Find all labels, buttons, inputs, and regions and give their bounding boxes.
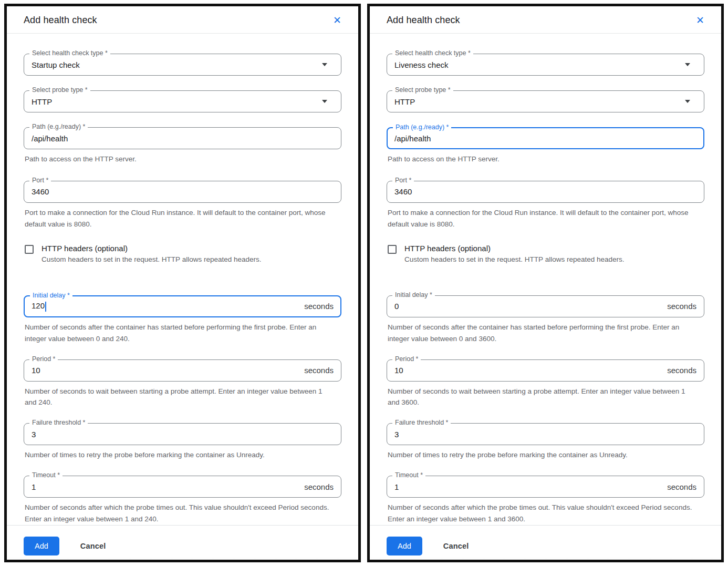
- http-headers-checkbox[interactable]: [388, 245, 397, 254]
- period-value: 10: [32, 366, 304, 375]
- failure-threshold-label: Failure threshold *: [392, 419, 451, 426]
- path-value: /api/health: [32, 134, 334, 143]
- timeout-helper-text: Number of seconds after which the probe …: [25, 502, 336, 525]
- close-icon[interactable]: ✕: [695, 14, 705, 26]
- add-button[interactable]: Add: [24, 537, 59, 555]
- failure-threshold-value: 3: [32, 430, 334, 439]
- initial-delay-value: 0: [394, 302, 667, 311]
- http-headers-label: HTTP headers (optional): [404, 244, 624, 253]
- add-health-check-dialog-startup: Add health check ✕ Select health check t…: [4, 4, 361, 562]
- failure-threshold-value: 3: [394, 430, 696, 439]
- period-helper-text: Number of seconds to wait between starti…: [25, 386, 336, 409]
- path-value: /api/health: [394, 134, 696, 143]
- health-check-type-value: Startup check: [32, 60, 322, 69]
- dialog-footer: Add Cancel: [370, 525, 721, 562]
- port-label: Port *: [392, 177, 414, 184]
- dropdown-arrow-icon: [685, 63, 690, 66]
- failure-threshold-helper-text: Number of times to retry the probe befor…: [25, 449, 336, 461]
- initial-delay-label: Initial delay *: [30, 292, 72, 299]
- dropdown-arrow-icon: [322, 100, 327, 103]
- cancel-button[interactable]: Cancel: [443, 542, 469, 550]
- path-input[interactable]: Path (e.g./ready) * /api/health: [24, 127, 341, 149]
- path-label: Path (e.g./ready) *: [29, 123, 88, 130]
- http-headers-label: HTTP headers (optional): [41, 244, 261, 253]
- timeout-input[interactable]: Timeout * 1 seconds: [387, 476, 704, 498]
- dropdown-arrow-icon: [322, 63, 327, 66]
- dialog-title: Add health check: [387, 15, 460, 26]
- period-value: 10: [394, 366, 667, 375]
- timeout-unit: seconds: [304, 482, 334, 491]
- initial-delay-unit: seconds: [667, 302, 696, 311]
- probe-type-value: HTTP: [32, 97, 322, 106]
- period-unit: seconds: [304, 366, 334, 375]
- health-check-type-select[interactable]: Select health check type * Liveness chec…: [387, 54, 704, 76]
- dialog-header: Add health check ✕: [7, 6, 358, 34]
- initial-delay-unit: seconds: [304, 302, 334, 311]
- http-headers-description: Custom headers to set in the request. HT…: [404, 254, 624, 265]
- period-helper-text: Number of seconds to wait between starti…: [388, 386, 699, 409]
- port-input[interactable]: Port * 3460: [387, 181, 704, 203]
- dialog-footer: Add Cancel: [7, 525, 358, 562]
- probe-type-label: Select probe type *: [29, 86, 90, 94]
- timeout-unit: seconds: [667, 482, 696, 491]
- cancel-button[interactable]: Cancel: [80, 542, 106, 550]
- period-unit: seconds: [667, 366, 696, 375]
- dialog-body: Select health check type * Startup check…: [7, 34, 358, 525]
- dialog-body: Select health check type * Liveness chec…: [370, 34, 721, 525]
- initial-delay-input[interactable]: Initial delay * 120 seconds: [24, 295, 341, 317]
- http-headers-row: HTTP headers (optional) Custom headers t…: [24, 244, 341, 265]
- port-label: Port *: [29, 177, 51, 184]
- port-value: 3460: [394, 187, 696, 196]
- timeout-label: Timeout *: [392, 471, 425, 479]
- http-headers-row: HTTP headers (optional) Custom headers t…: [387, 244, 704, 265]
- add-health-check-dialog-liveness: Add health check ✕ Select health check t…: [367, 4, 724, 562]
- probe-type-label: Select probe type *: [392, 86, 453, 94]
- initial-delay-value: 120: [32, 301, 304, 312]
- port-helper-text: Port to make a connection for the Cloud …: [25, 207, 336, 230]
- timeout-label: Timeout *: [29, 471, 63, 479]
- path-helper-text: Path to access on the HTTP server.: [25, 153, 336, 165]
- failure-threshold-input[interactable]: Failure threshold * 3: [24, 423, 341, 445]
- initial-delay-input[interactable]: Initial delay * 0 seconds: [387, 295, 704, 317]
- port-value: 3460: [32, 187, 334, 196]
- http-headers-checkbox[interactable]: [25, 245, 34, 254]
- path-helper-text: Path to access on the HTTP server.: [388, 153, 699, 165]
- port-input[interactable]: Port * 3460: [24, 181, 341, 203]
- port-helper-text: Port to make a connection for the Cloud …: [388, 207, 699, 230]
- period-input[interactable]: Period * 10 seconds: [387, 359, 704, 382]
- two-dialog-comparison: Add health check ✕ Select health check t…: [0, 0, 728, 566]
- probe-type-value: HTTP: [394, 97, 685, 106]
- path-input[interactable]: Path (e.g./ready) * /api/health: [387, 127, 704, 149]
- dropdown-arrow-icon: [685, 100, 690, 103]
- timeout-input[interactable]: Timeout * 1 seconds: [24, 476, 341, 498]
- health-check-type-label: Select health check type *: [392, 49, 473, 57]
- close-icon[interactable]: ✕: [332, 14, 342, 26]
- probe-type-select[interactable]: Select probe type * HTTP: [387, 90, 704, 112]
- http-headers-description: Custom headers to set in the request. HT…: [41, 254, 261, 265]
- initial-delay-helper-text: Number of seconds after the container ha…: [25, 322, 336, 345]
- path-label: Path (e.g./ready) *: [393, 124, 451, 131]
- add-button[interactable]: Add: [387, 537, 422, 555]
- health-check-type-value: Liveness check: [394, 60, 685, 69]
- timeout-value: 1: [394, 482, 667, 491]
- initial-delay-helper-text: Number of seconds after the container ha…: [388, 322, 699, 345]
- dialog-header: Add health check ✕: [370, 6, 721, 34]
- text-cursor: [45, 302, 46, 312]
- period-input[interactable]: Period * 10 seconds: [24, 359, 341, 382]
- failure-threshold-label: Failure threshold *: [29, 419, 88, 426]
- health-check-type-label: Select health check type *: [29, 49, 110, 57]
- timeout-value: 1: [32, 482, 304, 491]
- timeout-helper-text: Number of seconds after which the probe …: [388, 502, 699, 525]
- health-check-type-select[interactable]: Select health check type * Startup check: [24, 54, 341, 76]
- period-label: Period *: [29, 355, 58, 363]
- failure-threshold-input[interactable]: Failure threshold * 3: [387, 423, 704, 445]
- failure-threshold-helper-text: Number of times to retry the probe befor…: [388, 449, 699, 461]
- probe-type-select[interactable]: Select probe type * HTTP: [24, 90, 341, 112]
- period-label: Period *: [392, 355, 421, 363]
- initial-delay-label: Initial delay *: [392, 291, 435, 299]
- dialog-title: Add health check: [24, 15, 97, 26]
